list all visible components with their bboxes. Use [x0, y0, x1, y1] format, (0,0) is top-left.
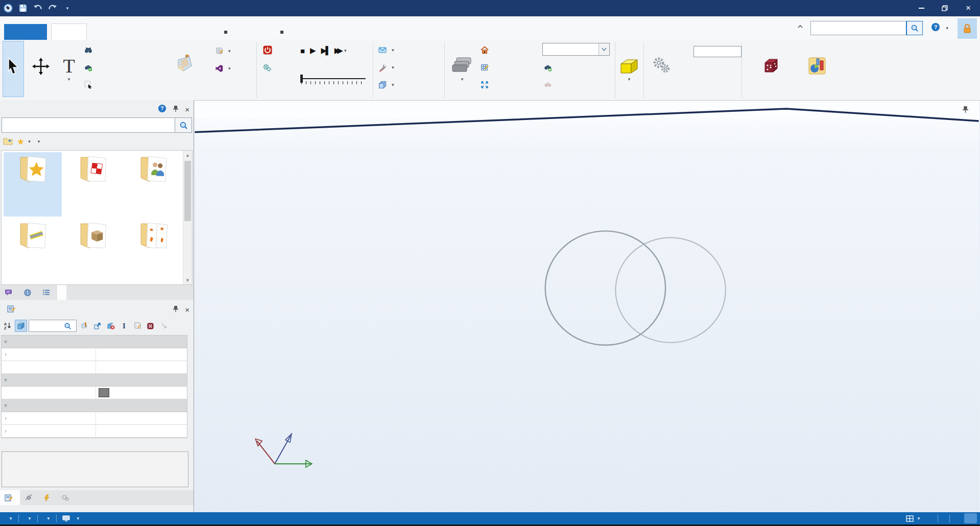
pin-icon[interactable]	[173, 305, 179, 314]
tab-events[interactable]	[39, 490, 57, 505]
play-button[interactable]: ▶	[310, 46, 316, 55]
step-button[interactable]: ▶▌	[321, 46, 329, 55]
lock-button[interactable]	[958, 18, 977, 39]
scroll-up-arrow[interactable]: ▲	[183, 151, 192, 159]
select-tool-button[interactable]	[3, 41, 23, 97]
text-edit-icon[interactable]: I	[118, 320, 130, 331]
reset-button[interactable]	[261, 43, 276, 57]
property-row[interactable]	[2, 387, 187, 399]
custom-properties-button[interactable]	[159, 41, 211, 97]
view-selector-combobox[interactable]	[542, 43, 610, 56]
pin-icon[interactable]	[173, 105, 179, 114]
script-edit-icon[interactable]	[132, 320, 143, 331]
save-button[interactable]	[18, 2, 28, 14]
section-lighting[interactable]: ▾	[2, 374, 187, 387]
property-value[interactable]	[96, 348, 187, 361]
speed-slider[interactable]	[300, 75, 366, 86]
tab-tags[interactable]	[57, 490, 76, 505]
visual-studio-button[interactable]: ▾	[213, 62, 232, 75]
tab-catalog[interactable]	[57, 285, 66, 300]
run-analysis-button[interactable]	[802, 41, 832, 97]
catalog-item-people[interactable]	[124, 152, 182, 217]
collapse-ribbon-chevron[interactable]	[797, 23, 803, 30]
show-all-button[interactable]	[479, 78, 493, 91]
catalog-item-abb-robots[interactable]	[124, 219, 182, 283]
settings-button[interactable]	[261, 61, 275, 74]
tab-connections[interactable]	[20, 490, 39, 505]
cube-filter-button[interactable]	[15, 320, 27, 331]
custom-properties-small-icon[interactable]	[79, 320, 90, 331]
tab-arrange[interactable]	[90, 24, 127, 40]
scene-canvas[interactable]	[194, 101, 980, 512]
property-value[interactable]	[96, 387, 187, 399]
close-panel-icon[interactable]: ×	[185, 305, 189, 314]
help-button[interactable]: ?	[931, 22, 940, 33]
help-dropdown[interactable]: ▾	[946, 26, 948, 31]
property-row[interactable]: ›	[2, 412, 187, 425]
find-next-button[interactable]	[83, 61, 97, 74]
properties-search-input[interactable]	[29, 322, 64, 329]
undo-button[interactable]	[33, 2, 43, 14]
panel-help-icon[interactable]: ?	[158, 104, 166, 114]
fps-indicator[interactable]: ▼	[0, 512, 18, 524]
stop-button[interactable]: ■	[300, 46, 305, 55]
redo-button[interactable]	[47, 2, 58, 14]
tab-construction[interactable]	[254, 24, 312, 40]
color-swatch[interactable]	[99, 388, 109, 397]
star-dropdown-icon[interactable]: ▾	[28, 139, 31, 144]
layout-grid-button[interactable]: ▼	[900, 512, 926, 524]
window-display-button[interactable]: ▾	[377, 78, 396, 91]
scroll-down-arrow[interactable]: ▼	[183, 276, 192, 284]
delete-object-icon[interactable]	[105, 320, 116, 331]
tab-hierarchy[interactable]	[38, 285, 57, 300]
tab-properties[interactable]	[0, 490, 20, 505]
catalog-item-samplecatalog[interactable]	[4, 219, 62, 283]
lag-input[interactable]	[694, 46, 742, 57]
size-indicator[interactable]: ▼	[38, 512, 56, 524]
other-tools-button[interactable]: ▾	[377, 61, 396, 74]
script-button[interactable]: ▾	[213, 44, 232, 58]
export-icon[interactable]	[92, 320, 103, 331]
close-panel-icon[interactable]: ×	[185, 105, 189, 114]
tab-explorer[interactable]	[19, 285, 38, 300]
add-view-button[interactable]	[542, 61, 556, 74]
section-floor[interactable]: ▾	[2, 336, 187, 348]
quick-access-dropdown[interactable]: ▾	[62, 2, 73, 14]
layers-button[interactable]: ▾	[447, 41, 477, 97]
quick-search-button[interactable]	[906, 21, 922, 35]
plan-view-button[interactable]	[479, 61, 493, 74]
catalog-scrollbar[interactable]: ▲ ▼	[183, 151, 192, 284]
section-offsets[interactable]: ▾	[2, 399, 187, 412]
default-view-button[interactable]	[479, 43, 493, 57]
display-settings-button[interactable]: ▼	[57, 512, 86, 524]
path-dropdown-icon[interactable]: ▾	[38, 139, 40, 144]
catalog-search-button[interactable]	[175, 118, 192, 132]
property-value[interactable]	[96, 361, 187, 373]
close-button[interactable]: ×	[957, 0, 980, 16]
tab-file[interactable]	[4, 24, 47, 40]
scroll-thumb[interactable]	[184, 161, 191, 221]
viewport-pin-icon[interactable]	[962, 106, 969, 115]
catalog-item-sampleloadcatalog[interactable]	[64, 219, 122, 283]
tag-browser-button[interactable]	[646, 41, 677, 97]
property-value[interactable]	[96, 412, 187, 424]
3d-viewport[interactable]	[194, 101, 980, 512]
fast-forward-button[interactable]: ▶▶	[334, 46, 339, 55]
sort-az-icon[interactable]: AZ	[2, 320, 13, 331]
quick-search-input[interactable]	[811, 21, 906, 35]
tab-visualization[interactable]	[131, 24, 198, 40]
speed-indicator[interactable]: ▼	[19, 512, 37, 524]
experiments-button[interactable]	[744, 41, 799, 97]
property-row[interactable]	[2, 361, 187, 374]
text-tool-button[interactable]: T ▾	[57, 41, 81, 97]
minimize-button[interactable]	[910, 0, 933, 16]
playback-dropdown[interactable]: ▾	[344, 48, 347, 53]
physics-button[interactable]: ▾	[617, 41, 641, 97]
tab-plugins[interactable]	[203, 24, 250, 40]
tab-home[interactable]	[51, 23, 87, 40]
property-row[interactable]: ›	[2, 348, 187, 361]
tab-notes[interactable]	[0, 285, 19, 300]
property-value[interactable]	[96, 425, 187, 437]
messages-button[interactable]: ▾	[377, 43, 396, 57]
folder-up-icon[interactable]	[3, 137, 13, 147]
